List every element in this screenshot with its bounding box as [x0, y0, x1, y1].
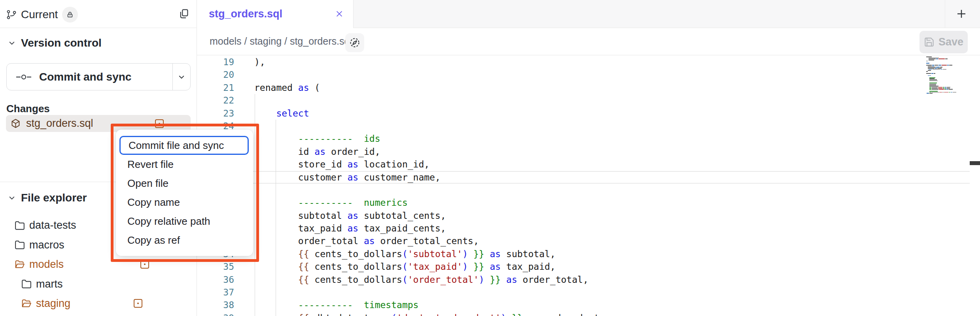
- line-number: 36: [197, 273, 234, 286]
- code-text: [234, 94, 254, 107]
- code-line-25: 25 ---------- ids: [197, 132, 980, 145]
- save-floppy-icon: [924, 37, 935, 47]
- folder-open-icon: [15, 260, 25, 270]
- code-line-26: 26 id as order_id,: [197, 145, 980, 158]
- sidebar-item-marts[interactable]: marts: [0, 275, 197, 294]
- save-label: Save: [938, 36, 963, 48]
- code-text: ---------- timestamps: [234, 299, 418, 311]
- tab-stg-orders[interactable]: stg_orders.sql: [197, 0, 354, 28]
- commit-options-dropdown[interactable]: [172, 64, 190, 90]
- folder-icon: [15, 220, 25, 231]
- folder-name: macros: [29, 239, 64, 251]
- code-text: store_id as location_id,: [234, 158, 429, 171]
- code-lines: 19),2021renamed as (2223 select2425 ----…: [197, 56, 980, 316]
- folder-name: staging: [36, 297, 70, 310]
- code-line-35: 35 {{ cents_to_dollars('tax_paid') }} as…: [197, 260, 980, 273]
- code-line-32: 32 tax_paid as tax_paid_cents,: [197, 222, 980, 235]
- code-text: ---------- numerics: [234, 196, 408, 209]
- git-commit-icon: [15, 71, 32, 83]
- save-button[interactable]: Save: [919, 31, 968, 53]
- copy-branch-icon[interactable]: [178, 8, 190, 20]
- code-line-38: 38 ---------- timestamps: [197, 299, 980, 311]
- code-line-24: 24: [197, 120, 980, 132]
- line-number: 21: [197, 81, 234, 94]
- menu-item-revert-file[interactable]: Revert file: [116, 155, 253, 174]
- menu-item-open-file[interactable]: Open file: [116, 174, 253, 193]
- tab-label: stg_orders.sql: [209, 8, 282, 20]
- folder-name: marts: [36, 278, 63, 290]
- sidebar-item-models[interactable]: models: [0, 255, 197, 275]
- code-line-34: 34 {{ cents_to_dollars('subtotal') }} as…: [197, 248, 980, 260]
- code-line-28: 28 customer as customer_name,: [197, 171, 980, 184]
- menu-item-copy-as-ref[interactable]: Copy as ref: [116, 231, 253, 250]
- breadcrumb: models / staging / stg_orders.sql: [210, 36, 352, 47]
- branch-bar: Current: [0, 0, 197, 28]
- new-tab-icon[interactable]: [955, 8, 967, 20]
- modified-indicator-icon: [134, 299, 142, 308]
- line-number: 20: [197, 68, 234, 81]
- code-text: ---------- ids: [234, 132, 380, 145]
- changed-file-name: stg_orders.sql: [26, 117, 93, 130]
- changes-section-title: Changes: [6, 103, 50, 115]
- commit-and-sync-button[interactable]: Commit and sync: [6, 63, 191, 90]
- code-line-33: 33 order_total as order_total_cents,: [197, 235, 980, 247]
- code-line-20: 20: [197, 68, 980, 81]
- menu-item-copy-relative-path[interactable]: Copy relative path: [116, 212, 253, 231]
- folder-open-icon: [21, 299, 32, 309]
- code-line-39: 39 {{ dbt.date_trunc('day', 'ordered_at'…: [197, 312, 980, 316]
- line-number: 22: [197, 94, 234, 107]
- line-number: 38: [197, 299, 234, 311]
- code-line-36: 36 {{ cents_to_dollars('order_total') }}…: [197, 273, 980, 286]
- code-line-31: 31 subtotal as subtotal_cents,: [197, 209, 980, 222]
- menu-item-commit-file-and-sync[interactable]: Commit file and sync: [119, 136, 249, 155]
- code-text: order_total as order_total_cents,: [234, 235, 479, 247]
- code-text: [234, 286, 254, 299]
- menu-item-copy-name[interactable]: Copy name: [116, 193, 253, 212]
- version-control-header[interactable]: Version control 1: [0, 34, 197, 52]
- modified-indicator-icon: [155, 119, 164, 128]
- minimap[interactable]: [925, 56, 970, 94]
- commit-and-sync-main[interactable]: Commit and sync: [7, 64, 172, 90]
- lineage-button[interactable]: [345, 33, 364, 52]
- branch-selector[interactable]: Current: [6, 7, 78, 23]
- line-number: 35: [197, 260, 234, 273]
- code-line-30: 30 ---------- numerics: [197, 196, 980, 209]
- code-text: customer as customer_name,: [234, 171, 441, 184]
- code-line-21: 21renamed as (: [197, 81, 980, 94]
- folder-icon: [15, 240, 25, 250]
- code-text: {{ cents_to_dollars('order_total') }} as…: [234, 273, 588, 286]
- code-editor[interactable]: 19),2021renamed as (2223 select2425 ----…: [197, 55, 980, 316]
- code-text: subtotal as subtotal_cents,: [234, 209, 446, 222]
- line-number: 39: [197, 312, 234, 316]
- tab-strip: stg_orders.sql: [197, 0, 980, 28]
- code-text: ),: [234, 56, 265, 68]
- line-number: 19: [197, 56, 234, 68]
- code-text: id as order_id,: [234, 145, 380, 158]
- breadcrumb-bar: models / staging / stg_orders.sql Save: [197, 28, 980, 55]
- scrollbar-cursor-marker: [970, 161, 980, 165]
- code-text: {{ cents_to_dollars('subtotal') }} as su…: [234, 248, 556, 260]
- chevron-down-icon: [8, 194, 16, 202]
- commit-and-sync-label: Commit and sync: [39, 71, 131, 83]
- code-text: {{ cents_to_dollars('tax_paid') }} as ta…: [234, 260, 556, 273]
- branch-name: Current: [21, 8, 58, 21]
- folder-name: data-tests: [29, 219, 76, 231]
- line-number: 23: [197, 107, 234, 120]
- chevron-down-icon: [178, 73, 185, 81]
- tabstrip-divider: [945, 0, 945, 28]
- line-number: 37: [197, 286, 234, 299]
- branch-readonly-badge: [62, 7, 78, 23]
- code-line-27: 27 store_id as location_id,: [197, 158, 980, 171]
- main-area: stg_orders.sql models / staging / stg_or…: [197, 0, 980, 316]
- modified-indicator-icon: [140, 260, 149, 269]
- code-line-22: 22: [197, 94, 980, 107]
- close-tab-icon[interactable]: [335, 9, 344, 18]
- code-text: renamed as (: [234, 81, 320, 94]
- code-line-19: 19),: [197, 56, 980, 68]
- file-context-menu: Commit file and syncRevert fileOpen file…: [116, 130, 253, 256]
- lineage-compass-icon: [349, 37, 361, 49]
- sidebar-item-staging[interactable]: staging: [0, 294, 197, 314]
- code-text: select: [234, 107, 309, 120]
- code-line-23: 23 select: [197, 107, 980, 120]
- folder-name: models: [29, 258, 64, 271]
